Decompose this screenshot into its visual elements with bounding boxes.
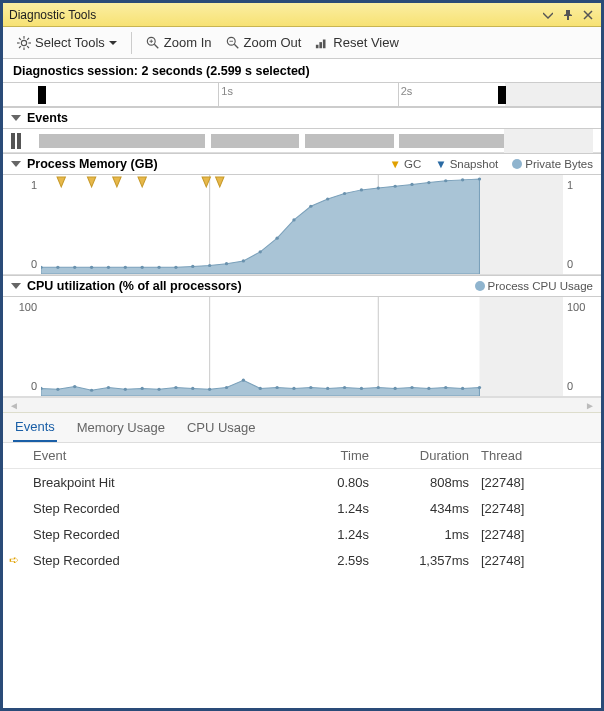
zoom-in-icon	[146, 36, 160, 50]
svg-point-39	[326, 197, 329, 200]
svg-rect-21	[479, 175, 563, 274]
svg-point-71	[360, 387, 363, 390]
svg-point-59	[157, 388, 160, 391]
diagnostics-window: Diagnostic Tools Select Tools Zoom In	[0, 0, 604, 711]
gc-icon: ▼	[390, 158, 401, 170]
snapshot-icon: ▼	[435, 158, 446, 170]
tab-cpu-usage[interactable]: CPU Usage	[185, 414, 258, 441]
svg-point-66	[275, 386, 278, 389]
svg-point-28	[141, 266, 144, 269]
cell-thread: [22748]	[475, 527, 585, 542]
chevron-down-icon	[109, 39, 117, 47]
svg-point-56	[107, 386, 110, 389]
scroll-right-icon[interactable]: ►	[585, 400, 595, 411]
svg-line-8	[27, 38, 29, 40]
cpu-y-axis-right: 1000	[563, 297, 601, 396]
timeline-tick: 2s	[398, 83, 413, 106]
cell-time: 2.59s	[275, 553, 375, 568]
zoom-in-button[interactable]: Zoom In	[140, 33, 218, 52]
session-label: Diagnostics session: 2 seconds (2.599 s …	[13, 64, 310, 78]
selection-start-handle[interactable]	[38, 86, 46, 104]
cell-duration: 1ms	[375, 527, 475, 542]
events-track	[3, 129, 601, 153]
svg-point-46	[444, 179, 447, 182]
tab-events[interactable]: Events	[13, 413, 57, 442]
svg-point-41	[360, 188, 363, 191]
svg-line-10	[154, 44, 158, 48]
events-section-title: Events	[27, 111, 68, 125]
reset-view-label: Reset View	[333, 35, 399, 50]
cpu-section-header: CPU utilization (% of all processors) Pr…	[3, 275, 601, 297]
pin-icon[interactable]	[561, 8, 575, 22]
table-row[interactable]: Step Recorded1.24s1ms[22748]	[3, 521, 601, 547]
svg-rect-18	[323, 39, 326, 48]
series-dot-icon	[475, 281, 485, 291]
reset-view-icon	[315, 36, 329, 50]
svg-point-32	[208, 264, 211, 267]
legend-snapshot: ▼Snapshot	[435, 158, 498, 170]
table-row[interactable]: ➪Step Recorded2.59s1,357ms[22748]	[3, 547, 601, 573]
svg-point-73	[393, 387, 396, 390]
svg-point-27	[124, 266, 127, 269]
cell-thread: [22748]	[475, 553, 585, 568]
col-event[interactable]: Event	[27, 448, 275, 463]
svg-point-58	[141, 387, 144, 390]
cell-event: Breakpoint Hit	[27, 475, 275, 490]
collapse-events-icon[interactable]	[11, 115, 21, 121]
svg-point-24	[73, 266, 76, 269]
svg-point-74	[410, 386, 413, 389]
svg-point-37	[292, 218, 295, 221]
table-row[interactable]: Step Recorded1.24s434ms[22748]	[3, 495, 601, 521]
svg-point-57	[124, 388, 127, 391]
zoom-out-icon	[226, 36, 240, 50]
col-thread[interactable]: Thread	[475, 448, 585, 463]
cell-time: 1.24s	[275, 527, 375, 542]
cell-event: Step Recorded	[27, 553, 275, 568]
timeline-tick: 1s	[218, 83, 233, 106]
cell-event: Step Recorded	[27, 501, 275, 516]
series-dot-icon	[512, 159, 522, 169]
selection-end-handle[interactable]	[498, 86, 506, 104]
horizontal-scrollbar[interactable]: ◄ ►	[3, 397, 601, 413]
svg-point-60	[174, 386, 177, 389]
cell-event: Step Recorded	[27, 527, 275, 542]
collapse-cpu-icon[interactable]	[11, 283, 21, 289]
svg-point-25	[90, 266, 93, 269]
svg-point-43	[393, 185, 396, 188]
col-time[interactable]: Time	[275, 448, 375, 463]
svg-point-54	[73, 385, 76, 388]
cpu-section-title: CPU utilization (% of all processors)	[27, 279, 242, 293]
svg-point-33	[225, 262, 228, 265]
svg-point-31	[191, 265, 194, 268]
svg-point-61	[191, 387, 194, 390]
svg-point-26	[107, 266, 110, 269]
svg-point-77	[461, 387, 464, 390]
collapse-memory-icon[interactable]	[11, 161, 21, 167]
select-tools-button[interactable]: Select Tools	[11, 33, 123, 52]
reset-view-button[interactable]: Reset View	[309, 33, 405, 52]
svg-point-63	[225, 386, 228, 389]
memory-y-axis-right: 10	[563, 175, 601, 274]
scroll-left-icon[interactable]: ◄	[9, 400, 19, 411]
cell-duration: 434ms	[375, 501, 475, 516]
legend-private: Private Bytes	[512, 158, 593, 170]
memory-chart: 10 10	[3, 175, 601, 275]
svg-point-42	[377, 186, 380, 189]
svg-line-5	[19, 38, 21, 40]
zoom-out-button[interactable]: Zoom Out	[220, 33, 308, 52]
gear-icon	[17, 36, 31, 50]
svg-point-0	[21, 40, 26, 45]
grid-header: Event Time Duration Thread	[3, 443, 601, 469]
pause-button[interactable]	[11, 133, 27, 149]
tab-memory-usage[interactable]: Memory Usage	[75, 414, 167, 441]
col-duration[interactable]: Duration	[375, 448, 475, 463]
close-icon[interactable]	[581, 8, 595, 22]
cell-time: 1.24s	[275, 501, 375, 516]
table-row[interactable]: Breakpoint Hit0.80s808ms[22748]	[3, 469, 601, 495]
svg-line-7	[19, 46, 21, 48]
svg-point-36	[275, 237, 278, 240]
window-menu-icon[interactable]	[541, 8, 555, 22]
svg-rect-51	[479, 297, 563, 396]
svg-point-75	[427, 387, 430, 390]
timeline-ruler[interactable]: 1s2s	[3, 83, 601, 107]
